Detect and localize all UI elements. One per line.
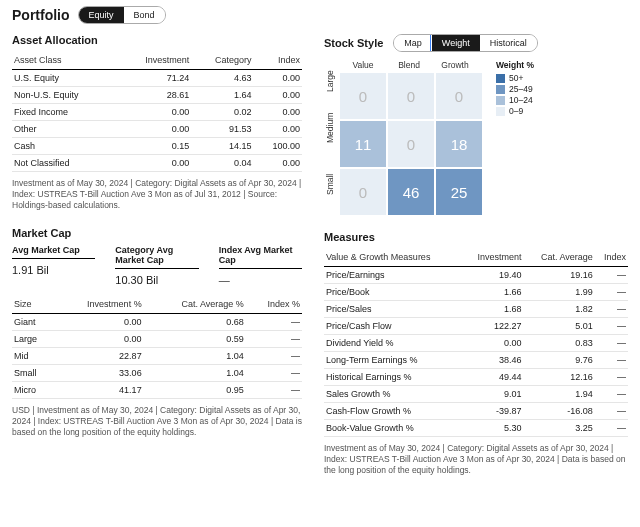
cell: — [595,335,628,352]
col-measure-inv: Investment [462,249,523,267]
cell: — [246,382,302,399]
style-legend: Weight % 50+25–4910–240–9 [496,60,534,215]
cell: 0.83 [524,335,595,352]
legend-swatch-icon [496,85,505,94]
cell: 28.61 [117,87,191,104]
cell: Non-U.S. Equity [12,87,117,104]
cell: Long-Term Earnings % [324,352,462,369]
table-row: Cash-Flow Growth %-39.87-16.08— [324,403,628,420]
cell: 3.25 [524,420,595,437]
cell: 1.04 [144,365,246,382]
col-lbl-blend: Blend [386,60,432,70]
cat-avg-market-cap-label: Category Avg Market Cap [115,245,198,269]
cell: 0.00 [254,87,302,104]
table-row: Fixed Income0.000.020.00 [12,104,302,121]
cell: 19.40 [462,267,523,284]
col-measure: Value & Growth Measures [324,249,462,267]
market-cap-section: Market Cap Avg Market Cap 1.91 Bil Categ… [12,227,302,438]
cell: 1.68 [462,301,523,318]
tab-bond[interactable]: Bond [124,7,165,23]
cell: 122.27 [462,318,523,335]
cell: Price/Book [324,284,462,301]
cell: — [595,369,628,386]
legend-swatch-icon [496,74,505,83]
cell: Historical Earnings % [324,369,462,386]
cell: 0.00 [462,335,523,352]
market-cap-table: Size Investment % Cat. Average % Index %… [12,296,302,399]
cell: 91.53 [191,121,253,138]
idx-avg-market-cap-value: — [219,271,302,286]
legend-row: 25–49 [496,84,534,94]
cell: — [246,365,302,382]
col-index: Index [254,52,302,70]
col-lbl-value: Value [340,60,386,70]
style-cell: 0 [340,73,386,119]
market-cap-footnote: USD | Investment as of May 30, 2024 | Ca… [12,405,302,438]
cell: — [595,403,628,420]
style-cell: 18 [436,121,482,167]
row-lbl-large: Large [325,80,335,92]
legend-swatch-icon [496,96,505,105]
cell: 1.94 [524,386,595,403]
cell: 12.16 [524,369,595,386]
cell: 1.66 [462,284,523,301]
cell: — [595,318,628,335]
idx-avg-market-cap-label: Index Avg Market Cap [219,245,302,269]
cell: 100.00 [254,138,302,155]
cell: 22.87 [54,348,144,365]
cell: — [246,348,302,365]
asset-type-tabs: Equity Bond [78,6,166,24]
stock-style-title: Stock Style [324,37,383,49]
measures-title: Measures [324,231,628,243]
cell: 5.01 [524,318,595,335]
col-cat-pct: Cat. Average % [144,296,246,314]
cell: Other [12,121,117,138]
cell: Micro [12,382,54,399]
table-row: Non-U.S. Equity28.611.640.00 [12,87,302,104]
table-row: Book-Value Growth %5.303.25— [324,420,628,437]
avg-market-cap-value: 1.91 Bil [12,261,95,276]
cell: Mid [12,348,54,365]
style-cell: 0 [340,169,386,215]
avg-market-cap-label: Avg Market Cap [12,245,95,259]
col-investment: Investment [117,52,191,70]
legend-row: 10–24 [496,95,534,105]
cell: 0.04 [191,155,253,172]
col-idx-pct: Index % [246,296,302,314]
legend-label: 25–49 [509,84,533,94]
cell: 0.00 [254,121,302,138]
cell: 0.00 [117,155,191,172]
cell: 0.15 [117,138,191,155]
col-category: Category [191,52,253,70]
style-tabs: Map Weight Historical [393,34,537,52]
cell: 9.76 [524,352,595,369]
style-cell: 0 [436,73,482,119]
tab-historical[interactable]: Historical [480,35,537,51]
cell: 14.15 [191,138,253,155]
measures-section: Measures Value & Growth Measures Investm… [324,231,628,476]
cell: 0.59 [144,331,246,348]
tab-weight[interactable]: Weight [432,35,480,51]
table-row: Long-Term Earnings %38.469.76— [324,352,628,369]
cell: -39.87 [462,403,523,420]
tab-equity[interactable]: Equity [79,7,124,23]
cell: Price/Sales [324,301,462,318]
cell: 1.82 [524,301,595,318]
cell: Large [12,331,54,348]
col-lbl-growth: Growth [432,60,478,70]
style-cell: 11 [340,121,386,167]
cell: 0.00 [254,155,302,172]
cell: Fixed Income [12,104,117,121]
table-row: Price/Cash Flow122.275.01— [324,318,628,335]
cell: — [246,331,302,348]
cell: Giant [12,314,54,331]
market-cap-title: Market Cap [12,227,302,239]
table-row: Sales Growth %9.011.94— [324,386,628,403]
cell: 1.64 [191,87,253,104]
cell: 33.06 [54,365,144,382]
tab-map[interactable]: Map [394,35,432,51]
table-row: Price/Book1.661.99— [324,284,628,301]
cell: Not Classified [12,155,117,172]
legend-label: 10–24 [509,95,533,105]
cell: Sales Growth % [324,386,462,403]
